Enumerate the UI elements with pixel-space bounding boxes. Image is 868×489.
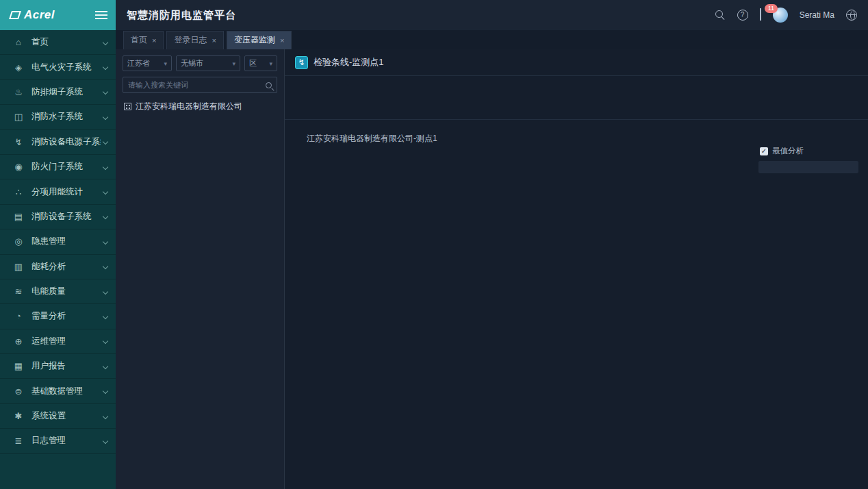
province-select[interactable]: 江苏省▾ xyxy=(123,55,172,71)
electrical-fire-icon: ◈ xyxy=(11,62,26,73)
help-icon[interactable]: ? xyxy=(737,10,748,21)
page-title: 智慧消防用电监管平台 xyxy=(127,9,715,22)
chevron-down-icon xyxy=(103,114,108,120)
close-icon[interactable]: × xyxy=(212,36,216,45)
chart-block: 江苏安科瑞电器制造有限公司-测点1 ✓ 最值分析 xyxy=(285,119,868,489)
sidebar-item-label: 防排烟子系统 xyxy=(31,86,101,98)
power-quality-icon: ≋ xyxy=(11,286,26,297)
language-globe-icon[interactable] xyxy=(846,10,857,21)
lightning-icon: ↯ xyxy=(295,56,308,69)
sidebar-item-log[interactable]: ≣日志管理 xyxy=(0,429,116,453)
workspace-tab[interactable]: 登录日志× xyxy=(166,31,223,49)
top-header: 智慧消防用电监管平台 ? 11 Serati Ma xyxy=(116,0,868,30)
fire-power-icon: ↯ xyxy=(11,137,26,147)
max-value-analysis: ✓ 最值分析 xyxy=(758,145,858,489)
chevron-down-icon xyxy=(103,413,108,418)
chevron-down-icon xyxy=(103,139,108,145)
workspace-tab-label: 首页 xyxy=(131,34,147,46)
sidebar-item-label: 运维管理 xyxy=(31,336,101,347)
smoke-control-icon: ♨ xyxy=(11,87,26,97)
sidebar-item-label: 首页 xyxy=(31,36,101,48)
fire-water-icon: ◫ xyxy=(11,112,26,122)
sidebar-item-label: 消防设备电源子系统 xyxy=(31,136,101,148)
chevron-down-icon xyxy=(103,39,108,45)
sidebar-item-label: 电能质量 xyxy=(31,286,101,297)
energy-analysis-icon: ▥ xyxy=(11,262,26,272)
close-icon[interactable]: × xyxy=(280,36,284,45)
chevron-down-icon xyxy=(103,164,108,169)
tree-company-node[interactable]: 江苏安科瑞电器制造有限公司 xyxy=(116,100,284,113)
sidebar-item-energy-stat[interactable]: ∴分项用能统计 xyxy=(0,179,116,204)
bell-icon[interactable] xyxy=(760,8,761,21)
monitor-point-title: 检验条线-监测点1 xyxy=(314,56,860,68)
sidebar-item-smoke-control[interactable]: ♨防排烟子系统 xyxy=(0,80,116,105)
notification-badge: 11 xyxy=(765,4,778,13)
sidebar-item-fire-power[interactable]: ↯消防设备电源子系统 xyxy=(0,130,116,155)
sidebar-item-label: 系统设置 xyxy=(31,410,101,422)
chevron-down-icon xyxy=(103,239,108,244)
main-content: ↯ 检验条线-监测点1 江苏安科瑞电器制造有限公司-测点1 ✓ 最值分 xyxy=(285,49,868,489)
analysis-checkbox-row[interactable]: ✓ 最值分析 xyxy=(760,146,858,156)
app-root: Acrel ⌂首页◈电气火灾子系统♨防排烟子系统◫消防水子系统↯消防设备电源子系… xyxy=(0,0,868,489)
workspace-tab[interactable]: 首页× xyxy=(123,31,164,49)
chevron-down-icon xyxy=(103,89,108,95)
sidebar-item-base-data[interactable]: ⊜基础数据管理 xyxy=(0,379,116,403)
logo-text: Acrel xyxy=(24,8,95,22)
sidebar-item-label: 分项用能统计 xyxy=(31,186,101,198)
chevron-down-icon xyxy=(103,189,108,195)
region-filters: 江苏省▾ 无锡市▾ 区▾ xyxy=(116,49,284,71)
hamburger-menu-icon[interactable] xyxy=(95,11,107,19)
sidebar-item-label: 用户报告 xyxy=(31,360,101,372)
sidebar-item-demand-analysis[interactable]: ◔需量分析 xyxy=(0,304,116,329)
chart-title: 江苏安科瑞电器制造有限公司-测点1 xyxy=(307,133,860,145)
search-icon[interactable] xyxy=(715,10,726,21)
settings-icon: ✱ xyxy=(11,411,26,421)
sidebar-item-home[interactable]: ⌂首页 xyxy=(0,30,116,55)
search-input[interactable] xyxy=(128,81,266,89)
power-line-chart xyxy=(294,145,757,347)
chevron-down-icon xyxy=(103,64,108,70)
sidebar-item-label: 日志管理 xyxy=(31,435,101,447)
sidebar-menu: ⌂首页◈电气火灾子系统♨防排烟子系统◫消防水子系统↯消防设备电源子系统◉防火门子… xyxy=(0,30,116,489)
building-icon xyxy=(124,103,131,110)
city-select[interactable]: 无锡市▾ xyxy=(176,55,240,71)
sidebar-item-hazard[interactable]: ◎隐患管理 xyxy=(0,229,116,254)
sidebar-item-settings[interactable]: ✱系统设置 xyxy=(0,404,116,429)
workspace-tab[interactable]: 变压器监测× xyxy=(227,31,292,49)
sidebar-item-label: 防火门子系统 xyxy=(31,161,101,173)
device-tree: 江苏安科瑞电器制造有限公司 xyxy=(116,93,284,489)
district-select[interactable]: 区▾ xyxy=(244,55,277,71)
base-data-icon: ⊜ xyxy=(11,386,26,397)
sidebar-item-ops[interactable]: ⊕运维管理 xyxy=(0,329,116,354)
chevron-down-icon xyxy=(103,314,108,319)
chevron-down-icon xyxy=(103,338,108,344)
sidebar-item-fire-door[interactable]: ◉防火门子系统 xyxy=(0,155,116,179)
log-icon: ≣ xyxy=(11,436,26,446)
sidebar-item-label: 能耗分析 xyxy=(31,261,101,273)
workspace-tab-label: 变压器监测 xyxy=(234,34,275,46)
close-icon[interactable]: × xyxy=(152,36,156,45)
tree-panel: 江苏省▾ 无锡市▾ 区▾ 江苏安科瑞电器制造有限公司 xyxy=(116,49,285,489)
acrel-logo-icon xyxy=(10,10,21,20)
sidebar-item-energy-analysis[interactable]: ▥能耗分析 xyxy=(0,255,116,279)
user-name[interactable]: Serati Ma xyxy=(800,10,834,20)
sidebar-item-power-quality[interactable]: ≋电能质量 xyxy=(0,279,116,304)
sidebar-item-label: 消防水子系统 xyxy=(31,111,101,123)
fire-equipment-icon: ▤ xyxy=(11,212,26,222)
chevron-down-icon xyxy=(103,288,108,294)
checkbox-checked-icon[interactable]: ✓ xyxy=(760,147,768,155)
notifications[interactable]: 11 xyxy=(760,9,761,21)
sidebar-item-label: 需量分析 xyxy=(31,310,101,322)
chevron-down-icon: ▾ xyxy=(269,60,272,67)
sidebar-item-report[interactable]: ▦用户报告 xyxy=(0,354,116,379)
workspace-tabstrip: 首页×登录日志×变压器监测× xyxy=(116,30,868,49)
chevron-down-icon xyxy=(103,438,108,444)
search-icon[interactable] xyxy=(266,82,272,88)
sidebar-item-fire-water[interactable]: ◫消防水子系统 xyxy=(0,105,116,129)
report-icon: ▦ xyxy=(11,361,26,371)
workspace-tab-label: 登录日志 xyxy=(174,34,207,46)
sidebar-item-fire-equipment[interactable]: ▤消防设备子系统 xyxy=(0,205,116,229)
fire-door-icon: ◉ xyxy=(11,162,26,172)
demand-analysis-icon: ◔ xyxy=(11,311,26,321)
sidebar-item-electrical-fire[interactable]: ◈电气火灾子系统 xyxy=(0,55,116,79)
